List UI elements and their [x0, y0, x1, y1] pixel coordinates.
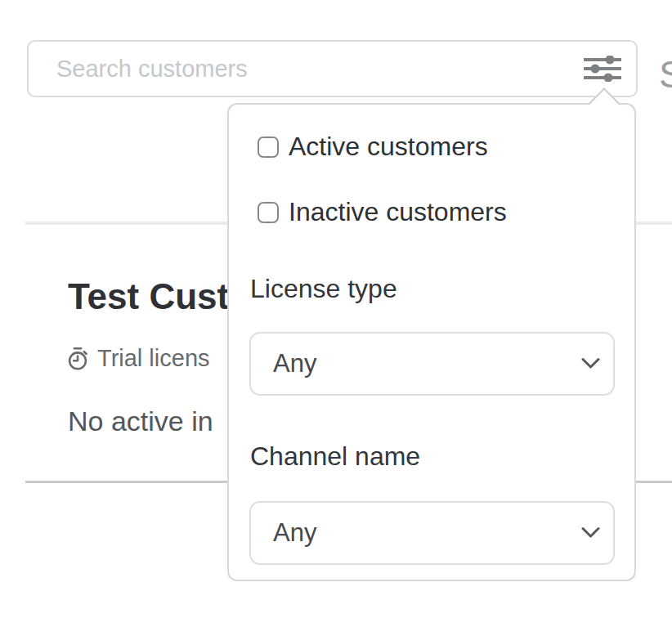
inactive-customers-checkbox[interactable]	[258, 202, 279, 223]
checkbox-label: Active customers	[289, 132, 488, 162]
clipped-right-text: S	[659, 52, 672, 96]
channel-name-label: Channel name	[250, 441, 420, 472]
chevron-down-icon	[581, 357, 600, 373]
license-type-label: License type	[250, 274, 397, 304]
timer-icon	[66, 347, 89, 371]
search-input[interactable]	[29, 42, 636, 96]
license-type-select-value: Any	[251, 349, 316, 378]
channel-name-select[interactable]: Any	[249, 501, 615, 565]
license-info-row: Trial licens	[66, 345, 210, 372]
checkbox-row-inactive-customers[interactable]: Inactive customers	[258, 197, 507, 227]
checkbox-label: Inactive customers	[289, 197, 507, 227]
channel-name-select-value: Any	[251, 518, 316, 548]
active-customers-checkbox[interactable]	[258, 137, 279, 158]
chevron-down-icon	[581, 526, 600, 542]
filter-popover: Active customers Inactive customers Lice…	[227, 103, 636, 581]
filter-button[interactable]	[580, 42, 625, 96]
checkbox-row-active-customers[interactable]: Active customers	[258, 132, 488, 162]
license-info-text: Trial licens	[97, 345, 210, 372]
sliders-icon	[584, 56, 621, 82]
license-type-select[interactable]: Any	[249, 332, 615, 396]
search-bar	[27, 40, 638, 97]
customer-name-heading: Test Cust	[68, 276, 229, 317]
customer-status-text: No active in	[68, 405, 213, 437]
